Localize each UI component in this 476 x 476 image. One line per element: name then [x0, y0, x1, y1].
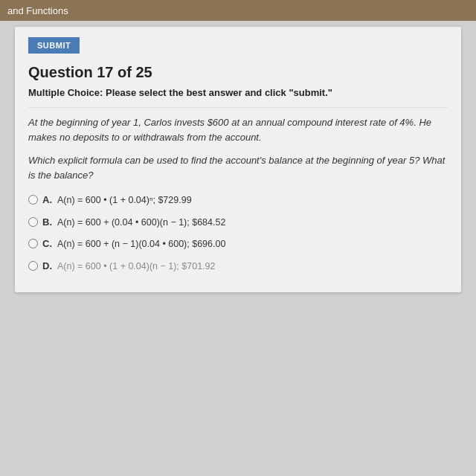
option-item[interactable]: B. A(n) = 600 + (0.04 • 600)(n − 1); $68…	[28, 216, 448, 230]
radio-circle-2	[28, 239, 38, 248]
question-type-label: Multiple Choice:	[28, 87, 103, 98]
options-list: A. A(n) = 600 • (1 + 0.04)ⁿ; $729.99 B. …	[28, 194, 448, 273]
option-text-0: A(n) = 600 • (1 + 0.04)ⁿ; $729.99	[57, 194, 192, 208]
subquestion: Which explicit formula can be used to fi…	[28, 153, 448, 182]
submit-button[interactable]: SUBMIT	[28, 37, 80, 54]
screen: and Functions SUBMIT Question 17 of 25 M…	[0, 0, 476, 476]
radio-circle-1	[28, 217, 38, 227]
radio-wrapper[interactable]	[28, 261, 38, 271]
question-number: Question 17 of 25	[28, 64, 448, 81]
top-bar: and Functions	[0, 0, 476, 21]
option-label-1: B.	[42, 216, 54, 228]
option-label-2: C.	[42, 238, 54, 249]
option-text-1: A(n) = 600 + (0.04 • 600)(n − 1); $684.5…	[57, 216, 225, 230]
question-body-text: At the beginning of year 1, Carlos inves…	[28, 117, 431, 143]
option-text-2: A(n) = 600 + (n − 1)(0.04 • 600); $696.0…	[57, 238, 225, 251]
option-item[interactable]: C. A(n) = 600 + (n − 1)(0.04 • 600); $69…	[28, 238, 448, 251]
content-area: SUBMIT Question 17 of 25 Multiple Choice…	[15, 27, 461, 292]
option-item[interactable]: D. A(n) = 600 • (1 + 0.04)(n − 1); $701.…	[28, 260, 448, 274]
option-text-3: A(n) = 600 • (1 + 0.04)(n − 1); $701.92	[57, 260, 216, 274]
radio-wrapper[interactable]	[28, 239, 38, 248]
radio-wrapper[interactable]	[28, 195, 38, 205]
option-item[interactable]: A. A(n) = 600 • (1 + 0.04)ⁿ; $729.99	[28, 194, 448, 208]
top-bar-title: and Functions	[7, 5, 68, 16]
radio-circle-3	[28, 261, 38, 271]
radio-wrapper[interactable]	[28, 217, 38, 227]
question-type: Multiple Choice: Please select the best …	[28, 87, 448, 98]
radio-circle-0	[28, 195, 38, 205]
option-label-0: A.	[42, 194, 54, 205]
question-type-instruction: Please select the best answer and click …	[106, 87, 332, 98]
question-body: At the beginning of year 1, Carlos inves…	[28, 107, 448, 144]
option-label-3: D.	[42, 260, 54, 271]
